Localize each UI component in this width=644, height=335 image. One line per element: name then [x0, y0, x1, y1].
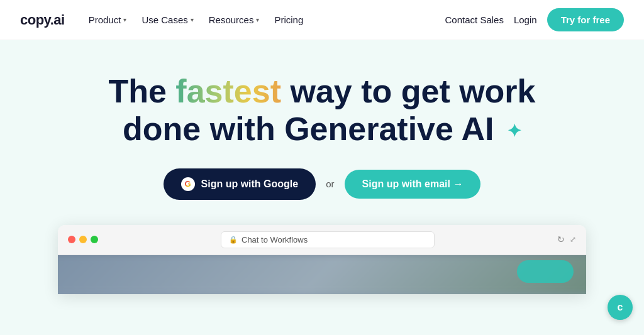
browser-blur-bg: [58, 255, 586, 294]
hero-buttons: G Sign up with Google or Sign up with em…: [164, 168, 481, 200]
browser-dots: [68, 236, 98, 243]
nav-left: copy.ai Product ▾ Use Cases ▾ Resources …: [20, 11, 309, 29]
chevron-down-icon: ▾: [123, 16, 126, 23]
chat-bubble-button[interactable]: c: [608, 295, 633, 320]
chevron-down-icon: ▾: [191, 16, 194, 23]
lock-icon: 🔒: [229, 236, 238, 244]
dot-green: [91, 236, 98, 243]
expand-icon[interactable]: ⤢: [570, 235, 576, 244]
hero-section: The fastest way to get work done with Ge…: [0, 40, 644, 335]
hero-highlight-word: fastest: [175, 73, 281, 109]
refresh-icon[interactable]: ↻: [557, 234, 565, 244]
dot-red: [68, 236, 75, 243]
browser-actions: ↻ ⤢: [557, 234, 576, 244]
google-signup-button[interactable]: G Sign up with Google: [164, 168, 316, 200]
hero-title: The fastest way to get work done with Ge…: [77, 73, 567, 148]
or-separator: or: [326, 178, 334, 189]
sparkle-icon: ✦: [507, 121, 521, 141]
nav-resources[interactable]: Resources ▾: [203, 11, 266, 29]
browser-content: [58, 255, 586, 294]
nav-use-cases[interactable]: Use Cases ▾: [135, 11, 199, 29]
login-button[interactable]: Login: [514, 14, 537, 25]
dot-yellow: [79, 236, 87, 243]
navbar: copy.ai Product ▾ Use Cases ▾ Resources …: [0, 0, 644, 40]
browser-mockup: 🔒 Chat to Workflows ↻ ⤢: [58, 225, 586, 294]
logo[interactable]: copy.ai: [20, 12, 65, 28]
email-signup-button[interactable]: Sign up with email →: [345, 170, 481, 199]
nav-pricing[interactable]: Pricing: [268, 11, 309, 29]
nav-product[interactable]: Product ▾: [82, 11, 133, 29]
nav-right: Contact Sales Login Try for free: [445, 8, 624, 31]
chevron-down-icon: ▾: [256, 16, 259, 23]
nav-links: Product ▾ Use Cases ▾ Resources ▾ Pricin…: [82, 11, 310, 29]
browser-topbar: 🔒 Chat to Workflows ↻ ⤢: [58, 225, 586, 255]
browser-green-blob: [517, 260, 574, 283]
google-icon: G: [181, 177, 195, 191]
browser-url-bar[interactable]: 🔒 Chat to Workflows: [221, 231, 435, 248]
contact-sales-link[interactable]: Contact Sales: [445, 14, 504, 25]
try-free-button[interactable]: Try for free: [547, 8, 624, 31]
